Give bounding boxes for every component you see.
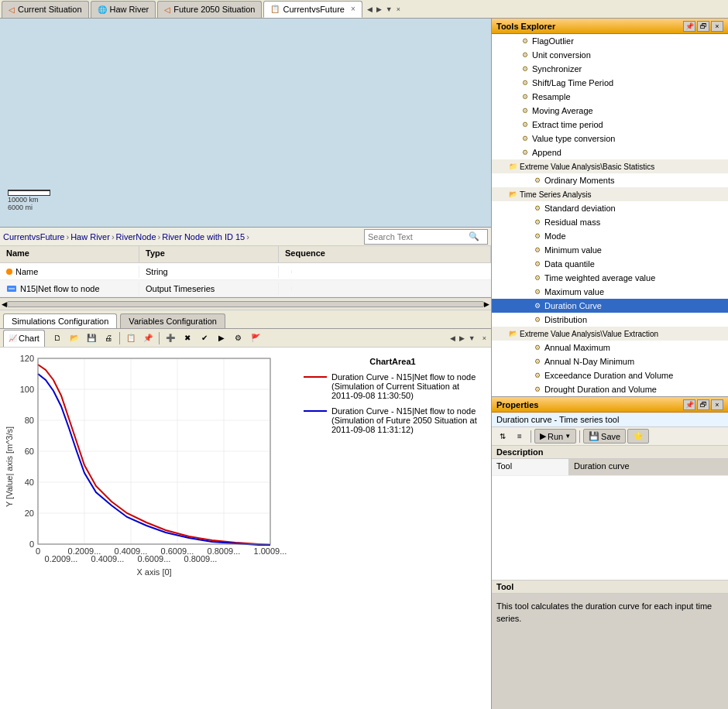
chart-close[interactable]: ×	[481, 334, 488, 343]
delete-btn[interactable]: ✖	[180, 331, 195, 346]
breadcrumb-item-2[interactable]: RiverNode	[116, 232, 156, 241]
tool-icon: ⚙	[532, 370, 543, 381]
tab-future-2050[interactable]: ◁ Future 2050 Situation	[157, 1, 262, 18]
tree-item-distribution[interactable]: ⚙ Distribution	[492, 313, 728, 327]
tab-nav-left[interactable]: ◀	[366, 5, 374, 14]
tree-item-drought[interactable]: ⚙ Drought Duration and Volume	[492, 382, 728, 396]
tree-section-eva-basic[interactable]: 📁 Extreme Value Analysis\Basic Statistic…	[492, 159, 728, 173]
tree-section-eva-extract[interactable]: 📂 Extreme Value Analysis\Value Extractio…	[492, 327, 728, 341]
search-icon[interactable]: 🔍	[469, 231, 479, 241]
right-panel: Tools Explorer 📌 🗗 × ⚙ FlagOutlier	[492, 19, 728, 709]
tree-item-annual-max[interactable]: ⚙ Annual Maximum	[492, 341, 728, 354]
props-star-btn[interactable]: ⭐	[627, 429, 649, 444]
paste-btn[interactable]: 📌	[140, 331, 156, 346]
props-pin-btn[interactable]: 📌	[683, 399, 695, 410]
tree-item-mode[interactable]: ⚙ Mode	[492, 229, 728, 243]
props-restore-btn[interactable]: 🗗	[697, 399, 709, 410]
chart-tab[interactable]: 📈 Chart	[3, 330, 45, 347]
save-btn[interactable]: 💾	[84, 331, 99, 346]
chart-nav-left[interactable]: ◀	[448, 334, 457, 343]
chart-panel: 📈 Chart 🗋 📂 💾 🖨 📋 📌 ➕ ✖ ✔ ▶ ⚙ 🚩 ◀	[0, 329, 491, 709]
tree-item-append[interactable]: ⚙ Append	[492, 146, 728, 159]
tree-item-ordinary-moments[interactable]: ⚙ Ordinary Moments	[492, 173, 728, 187]
properties-panel-buttons: 📌 🗗 ×	[683, 399, 723, 410]
scroll-track[interactable]	[7, 301, 484, 307]
copy-btn[interactable]: 📋	[123, 331, 139, 346]
props-cat-btn[interactable]: ≡	[512, 429, 527, 444]
breadcrumb-bar: CurrentvsFuture › Haw River › RiverNode …	[0, 228, 491, 246]
tab-variables-config[interactable]: Variables Configuration	[120, 313, 225, 328]
tree-item-max-value[interactable]: ⚙ Maximum value	[492, 285, 728, 299]
main-container: 10000 km 6000 mi CurrentvsFuture › Haw R…	[0, 19, 728, 709]
props-close-btn[interactable]: ×	[711, 399, 723, 410]
scroll-right-btn[interactable]: ▶	[484, 300, 489, 308]
breadcrumb-item-1[interactable]: Haw River	[70, 232, 110, 241]
search-input[interactable]	[368, 232, 469, 241]
tab-close-cvf[interactable]: ×	[351, 5, 355, 13]
tree-item-duration-curve[interactable]: ⚙ Duration Curve	[492, 299, 728, 313]
table-row[interactable]: N15|Net flow to node Output Timeseries	[0, 280, 491, 297]
props-run-btn[interactable]: ▶ Run ▼	[534, 429, 576, 444]
breadcrumb-item-3[interactable]: River Node with ID 15	[162, 232, 245, 241]
tree-item-shift-lag[interactable]: ⚙ Shift/Lag Time Period	[492, 76, 728, 90]
tab-currentvsfuture[interactable]: 📋 CurrentvsFuture ×	[263, 1, 362, 18]
tree-item-moving-average[interactable]: ⚙ Moving Average	[492, 104, 728, 118]
tree-item-value-type[interactable]: ⚙ Value type conversion	[492, 132, 728, 146]
tree-item-flagoutlier[interactable]: ⚙ FlagOutlier	[492, 34, 728, 48]
tree-item-min-value[interactable]: ⚙ Minimum value	[492, 243, 728, 257]
tools-restore-btn[interactable]: 🗗	[697, 21, 709, 32]
bottom-tabs: Simulations Configuration Variables Conf…	[0, 310, 491, 329]
tree-item-std-deviation[interactable]: ⚙ Standard deviation	[492, 201, 728, 215]
settings-btn[interactable]: ⚙	[231, 331, 246, 346]
horizontal-scrollbar[interactable]: ◀ ▶	[0, 298, 491, 310]
open-btn[interactable]: 📂	[67, 331, 82, 346]
run-dropdown-arrow[interactable]: ▼	[565, 433, 571, 440]
svg-text:0: 0	[29, 539, 34, 549]
chart-nav-right[interactable]: ▶	[458, 334, 466, 343]
tree-item-synchronizer[interactable]: ⚙ Synchronizer	[492, 62, 728, 76]
properties-subtitle: Duration curve - Time series tool	[492, 413, 728, 427]
table-row[interactable]: Name String	[0, 263, 491, 280]
tree-section-time-series[interactable]: 📂 Time Series Analysis	[492, 187, 728, 201]
chart-tab-label: Chart	[19, 334, 39, 343]
props-footer-desc: This tool calculates the duration curve …	[492, 594, 728, 710]
tool-icon-selected: ⚙	[532, 300, 543, 311]
tab-close-all[interactable]: ×	[395, 5, 402, 14]
scroll-left-btn[interactable]: ◀	[2, 300, 7, 308]
tools-close-btn[interactable]: ×	[711, 21, 723, 32]
tree-item-residual-mass[interactable]: ⚙ Residual mass	[492, 215, 728, 229]
tools-pin-btn[interactable]: 📌	[683, 21, 695, 32]
svg-text:120: 120	[20, 354, 34, 363]
tree-item-data-quantile[interactable]: ⚙ Data quantile	[492, 257, 728, 271]
tab-simulations-config[interactable]: Simulations Configuration	[3, 313, 117, 328]
tree-item-resample[interactable]: ⚙ Resample	[492, 90, 728, 104]
cell-name-1: N15|Net flow to node	[0, 282, 139, 296]
breadcrumb-item-0[interactable]: CurrentvsFuture	[3, 232, 64, 241]
flag-btn[interactable]: 🚩	[248, 331, 263, 346]
props-save-btn[interactable]: 💾 Save	[583, 429, 626, 444]
tab-current-situation[interactable]: ◁ Current Situation	[2, 1, 89, 18]
cell-seq-0	[279, 270, 292, 273]
tab-nav-down[interactable]: ▼	[384, 5, 394, 14]
print-btn[interactable]: 🖨	[101, 331, 116, 346]
legend-item-1: Duration Curve - N15|Net flow to node (S…	[304, 406, 482, 434]
props-sort-btn[interactable]: ⇅	[495, 429, 510, 444]
check-btn[interactable]: ✔	[197, 331, 212, 346]
chart-svg-area: Y [Value| axis [m^3/s]	[3, 351, 297, 706]
tree-item-exceedance[interactable]: ⚙ Exceedance Duration and Volume	[492, 368, 728, 382]
tool-icon: ⚙	[520, 77, 531, 88]
tree-item-annual-nday[interactable]: ⚙ Annual N-Day Minimum	[492, 354, 728, 368]
tab-label-cvf: CurrentvsFuture	[283, 5, 344, 14]
chart-nav-down[interactable]: ▼	[467, 334, 477, 343]
run-chart-btn[interactable]: ▶	[214, 331, 229, 346]
new-btn[interactable]: 🗋	[50, 331, 65, 346]
tree-item-extract-time[interactable]: ⚙ Extract time period	[492, 118, 728, 132]
tree-item-time-weighted[interactable]: ⚙ Time weighted average value	[492, 271, 728, 285]
tools-explorer-title: Tools Explorer	[496, 22, 683, 31]
add-btn[interactable]: ➕	[163, 331, 178, 346]
tree-item-unit-conversion[interactable]: ⚙ Unit conversion	[492, 48, 728, 62]
tab-haw-river[interactable]: 🌐 Haw River	[91, 1, 156, 18]
tool-icon: ⚙	[532, 314, 543, 325]
tab-nav-right[interactable]: ▶	[375, 5, 383, 14]
svg-text:20: 20	[25, 509, 34, 518]
